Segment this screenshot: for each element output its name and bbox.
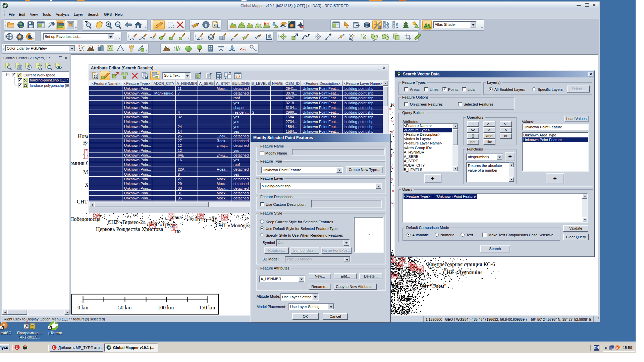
svg-text:50 km: 50 km xyxy=(118,305,132,310)
svg-text:x°: x° xyxy=(200,38,203,40)
svg-text:3D: 3D xyxy=(366,26,368,28)
svg-text:100 km: 100 km xyxy=(158,305,174,310)
svg-text:150 km: 150 km xyxy=(199,305,215,310)
svg-text:0 km: 0 km xyxy=(77,305,89,310)
svg-text:Дя: Дя xyxy=(405,272,411,278)
svg-text:В: В xyxy=(83,140,87,145)
svg-text:сдт "Эдем": сдт "Эдем" xyxy=(421,283,446,289)
svg-text:М: М xyxy=(83,169,88,175)
svg-text:ерат": ерат" xyxy=(389,282,401,288)
svg-text:Победоносца: Победоносца xyxy=(71,216,100,222)
svg-text:100 m: 100 m xyxy=(194,23,199,27)
svg-text:СНТ «Гермес-2»: СНТ «Гермес-2» xyxy=(108,219,146,225)
svg-text:Компрессорная станция КС-6: Компрессорная станция КС-6 xyxy=(427,261,495,267)
svg-text:Лу: Лу xyxy=(211,216,217,222)
svg-text:СНТ «Лукошины: СНТ «Лукошины xyxy=(443,269,483,276)
svg-text:иль: иль xyxy=(404,295,412,301)
svg-text:но: но xyxy=(175,228,181,234)
svg-text:парк: парк xyxy=(399,309,410,315)
